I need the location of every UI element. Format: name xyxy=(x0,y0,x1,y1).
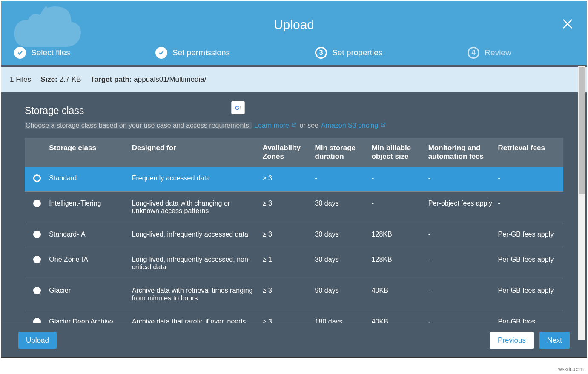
cell-duration: 90 days xyxy=(315,279,372,310)
col-min-billable-size: Min billable object size xyxy=(372,138,428,167)
target-path-info: Target path: appuals01/Multimedia/ xyxy=(91,75,207,84)
table-row[interactable]: StandardFrequently accessed data≥ 3---- xyxy=(25,167,563,192)
cell-designed-for: Archive data with retrieval times rangin… xyxy=(132,279,263,310)
scrollbar-thumb[interactable] xyxy=(579,67,585,194)
cell-designed-for: Archive data that rarely, if ever, needs xyxy=(132,310,263,323)
cell-designed-for: Long-lived data with changing or unknown… xyxy=(132,192,263,223)
radio-button[interactable] xyxy=(33,174,41,182)
storage-class-table: Storage class Designed for Availability … xyxy=(25,138,563,323)
cell-size: 40KB xyxy=(372,310,428,323)
cell-az: ≥ 3 xyxy=(263,223,315,248)
cell-duration: 30 days xyxy=(315,223,372,248)
pricing-link[interactable]: Amazon S3 pricing xyxy=(321,122,386,129)
radio-button[interactable] xyxy=(33,200,41,207)
cell-size: 128KB xyxy=(372,248,428,279)
google-translate-icon[interactable]: G⁞ xyxy=(231,101,245,114)
cell-size: 128KB xyxy=(372,223,428,248)
col-storage-class: Storage class xyxy=(49,138,132,167)
content-area: G⁞ Storage class Choose a storage class … xyxy=(1,92,587,323)
upload-modal: Upload Select files Set permissions 3 Se… xyxy=(1,1,587,358)
wizard-steps: Select files Set permissions 3 Set prope… xyxy=(1,47,587,59)
col-designed-for: Designed for xyxy=(132,138,263,167)
cell-retrieval: - xyxy=(498,167,563,192)
cell-monitoring: - xyxy=(428,167,498,192)
col-monitoring-fees: Monitoring and automation fees xyxy=(428,138,498,167)
cell-duration: 30 days xyxy=(315,192,372,223)
col-availability-zones: Availability Zones xyxy=(263,138,315,167)
cell-duration: - xyxy=(315,167,372,192)
desc-text: Choose a storage class based on your use… xyxy=(25,122,252,129)
previous-button[interactable]: Previous xyxy=(490,332,534,349)
cell-az: ≥ 3 xyxy=(263,192,315,223)
cell-name: Glacier xyxy=(49,279,132,310)
next-button[interactable]: Next xyxy=(539,332,570,349)
radio-button[interactable] xyxy=(33,287,41,294)
modal-header: Upload Select files Set permissions 3 Se… xyxy=(1,1,587,65)
cell-az: ≥ 3 xyxy=(263,279,315,310)
cell-monitoring: - xyxy=(428,310,498,323)
step-label: Review xyxy=(485,48,511,57)
cell-duration: 180 days xyxy=(315,310,372,323)
step-set-permissions[interactable]: Set permissions xyxy=(155,47,230,59)
cell-monitoring: - xyxy=(428,248,498,279)
external-link-icon xyxy=(291,122,297,128)
upload-info-bar: 1 Files Size: 2.7 KB Target path: appual… xyxy=(1,65,587,92)
cell-retrieval: Per-GB fees apply xyxy=(498,248,563,279)
cell-duration: 30 days xyxy=(315,248,372,279)
files-count: 1 Files xyxy=(10,75,31,84)
step-review[interactable]: 4 Review xyxy=(468,47,511,59)
step-select-files[interactable]: Select files xyxy=(14,47,70,59)
section-title: Storage class xyxy=(25,105,563,117)
table-row[interactable]: Intelligent-TieringLong-lived data with … xyxy=(25,192,563,223)
table-header-row: Storage class Designed for Availability … xyxy=(25,138,563,167)
step-number-icon: 4 xyxy=(468,47,479,59)
check-icon xyxy=(14,47,26,59)
step-label: Select files xyxy=(31,48,70,57)
cell-retrieval: Per-GB fees apply xyxy=(498,223,563,248)
cell-designed-for: Frequently accessed data xyxy=(132,167,263,192)
table-row[interactable]: One Zone-IALong-lived, infrequently acce… xyxy=(25,248,563,279)
step-number-icon: 3 xyxy=(315,47,327,59)
vertical-scrollbar[interactable] xyxy=(578,66,585,340)
step-label: Set permissions xyxy=(172,48,230,57)
cell-size: 40KB xyxy=(372,279,428,310)
cell-retrieval: Per-GB fees apply xyxy=(498,279,563,310)
radio-button[interactable] xyxy=(33,231,41,238)
close-icon xyxy=(561,17,574,30)
check-icon xyxy=(155,47,167,59)
cell-name: Intelligent-Tiering xyxy=(49,192,132,223)
or-see-text: or see xyxy=(299,122,318,129)
upload-button[interactable]: Upload xyxy=(18,332,57,349)
cell-retrieval: - xyxy=(498,192,563,223)
external-link-icon xyxy=(380,122,386,128)
step-label: Set properties xyxy=(332,48,382,57)
table-row[interactable]: GlacierArchive data with retrieval times… xyxy=(25,279,563,310)
learn-more-link[interactable]: Learn more xyxy=(254,122,297,129)
cell-size: - xyxy=(372,192,428,223)
cell-az: ≥ 3 xyxy=(263,167,315,192)
cell-designed-for: Long-lived, infrequently accessed, non-c… xyxy=(132,248,263,279)
radio-button[interactable] xyxy=(33,256,41,263)
cell-name: One Zone-IA xyxy=(49,248,132,279)
radio-button[interactable] xyxy=(33,318,41,323)
col-min-storage-duration: Min storage duration xyxy=(315,138,372,167)
close-button[interactable] xyxy=(561,17,574,30)
cell-size: - xyxy=(372,167,428,192)
cell-monitoring: - xyxy=(428,279,498,310)
size-info: Size: 2.7 KB xyxy=(40,75,81,84)
modal-footer: Upload Previous Next xyxy=(1,323,587,357)
cell-designed-for: Long-lived, infrequently accessed data xyxy=(132,223,263,248)
section-description: Choose a storage class based on your use… xyxy=(25,122,563,129)
watermark: wsxdn.com xyxy=(558,366,584,372)
table-row[interactable]: Standard-IALong-lived, infrequently acce… xyxy=(25,223,563,248)
cell-monitoring: Per-object fees apply xyxy=(428,192,498,223)
cell-retrieval: Per-GB fees xyxy=(498,310,563,323)
cell-monitoring: - xyxy=(428,223,498,248)
step-set-properties[interactable]: 3 Set properties xyxy=(315,47,382,59)
cell-az: ≥ 3 xyxy=(263,310,315,323)
cell-name: Glacier Deep Archive xyxy=(49,310,132,323)
table-row[interactable]: Glacier Deep ArchiveArchive data that ra… xyxy=(25,310,563,323)
cell-az: ≥ 1 xyxy=(263,248,315,279)
cell-name: Standard xyxy=(49,167,132,192)
col-retrieval-fees: Retrieval fees xyxy=(498,138,563,167)
